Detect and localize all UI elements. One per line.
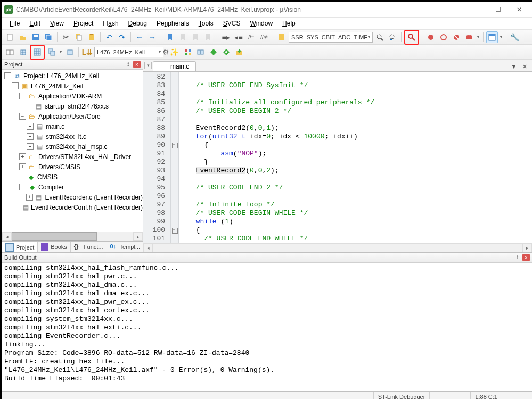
manage-project-button[interactable] bbox=[182, 46, 194, 58]
redo-button[interactable]: ↷ bbox=[116, 31, 128, 43]
bookmark-next-button[interactable] bbox=[190, 31, 201, 43]
breakpoint-menu-drop[interactable]: ▾ bbox=[476, 35, 480, 39]
tree-file-main[interactable]: +▤main.c bbox=[2, 121, 143, 131]
tree-toggle-icon[interactable]: − bbox=[4, 72, 11, 79]
tree-toggle-icon[interactable]: − bbox=[19, 113, 26, 120]
bookmark-clear-button[interactable] bbox=[202, 31, 214, 43]
cut-button[interactable]: ✂ bbox=[60, 31, 72, 43]
paste-button[interactable] bbox=[86, 31, 97, 43]
target-options-button[interactable]: ⚙✨ bbox=[165, 46, 176, 58]
tree-project-root[interactable]: −⧉Project: L476_24MHz_Keil bbox=[2, 71, 143, 81]
menu-project[interactable]: Project bbox=[69, 19, 97, 28]
batch-build-drop[interactable]: ▾ bbox=[59, 49, 63, 54]
menu-tools[interactable]: Tools bbox=[194, 19, 218, 28]
uncomment-button[interactable]: //≢ bbox=[258, 31, 270, 43]
build-button[interactable] bbox=[17, 46, 29, 58]
configure-button[interactable]: 🔧 bbox=[509, 31, 521, 43]
tab-books[interactable]: Books bbox=[38, 242, 71, 252]
comment-button[interactable]: //≡ bbox=[245, 31, 257, 43]
tree-toggle-icon[interactable]: + bbox=[27, 143, 34, 150]
close-button[interactable]: ✕ bbox=[509, 3, 530, 16]
menu-flash[interactable]: Flash bbox=[99, 19, 122, 28]
download-button[interactable]: L⇊ bbox=[81, 46, 93, 58]
tree-toggle-icon[interactable]: − bbox=[19, 184, 26, 190]
tree-toggle-icon[interactable]: + bbox=[27, 133, 34, 140]
window-layout-drop[interactable]: ▾ bbox=[499, 35, 503, 39]
menu-help[interactable]: Help bbox=[278, 19, 300, 28]
tree-cmsis-component[interactable]: ◆CMSIS bbox=[2, 172, 143, 182]
panel-close-icon[interactable]: × bbox=[522, 254, 530, 261]
build-output-text[interactable]: compiling stm32l4xx_hal_flash_ramfunc.c.… bbox=[2, 263, 532, 391]
minimize-button[interactable]: — bbox=[466, 3, 487, 16]
tree-file-startup[interactable]: ▤startup_stm32l476xx.s bbox=[2, 101, 143, 111]
bookmark-toggle-button[interactable] bbox=[164, 31, 176, 43]
tree-toggle-icon[interactable]: − bbox=[19, 93, 26, 99]
tree-group-usercore[interactable]: −🗁Application/User/Core bbox=[2, 111, 143, 121]
fold-column[interactable]: −− bbox=[171, 72, 179, 243]
project-hscrollbar[interactable]: ◂ ▸ bbox=[2, 232, 143, 241]
tree-toggle-icon[interactable]: + bbox=[26, 194, 33, 201]
tree-group-cmsis[interactable]: +🗀Drivers/CMSIS bbox=[2, 162, 143, 172]
incremental-find-button[interactable] bbox=[387, 31, 398, 43]
menu-edit[interactable]: Edit bbox=[25, 19, 45, 28]
nav-back-button[interactable]: ← bbox=[134, 31, 145, 43]
menu-window[interactable]: Window bbox=[245, 19, 277, 28]
bookmark-prev-button[interactable] bbox=[177, 31, 189, 43]
code-pane[interactable]: 8283848586878889909192939495969798991001… bbox=[143, 72, 532, 243]
scroll-left-icon[interactable]: ◂ bbox=[143, 244, 153, 252]
search-dropdown-icon[interactable]: ▾ bbox=[368, 35, 370, 39]
menu-svcs[interactable]: SVCS bbox=[219, 19, 245, 28]
tab-templates[interactable]: 0↓Templ... bbox=[107, 242, 144, 252]
tree-toggle-icon[interactable]: − bbox=[12, 82, 19, 89]
find-in-files-button[interactable] bbox=[276, 31, 288, 43]
open-file-button[interactable] bbox=[17, 31, 29, 43]
maximize-button[interactable]: ☐ bbox=[487, 3, 509, 16]
tree-toggle-icon[interactable]: + bbox=[19, 153, 26, 160]
menu-debug[interactable]: Debug bbox=[124, 19, 151, 28]
rebuild-button[interactable] bbox=[30, 45, 45, 60]
outdent-button[interactable]: ◂≡ bbox=[233, 31, 244, 43]
manage-multiproject-button[interactable] bbox=[195, 46, 207, 58]
pack-installer-button[interactable] bbox=[233, 46, 245, 58]
tab-project[interactable]: Project bbox=[2, 242, 38, 252]
editor-hscrollbar[interactable]: ◂ ▸ bbox=[143, 243, 532, 252]
insert-breakpoint-button[interactable] bbox=[425, 31, 437, 43]
target-combo[interactable]: L476_24MHz_Keil ▾ bbox=[94, 47, 163, 57]
stop-build-button[interactable] bbox=[64, 46, 76, 58]
tree-toggle-icon[interactable]: + bbox=[27, 123, 34, 130]
nav-forward-button[interactable]: → bbox=[146, 31, 158, 43]
tab-history-icon[interactable]: ▾ bbox=[144, 62, 152, 69]
tab-functions[interactable]: {}Funct... bbox=[71, 242, 107, 252]
kill-breakpoints-button[interactable] bbox=[463, 31, 475, 43]
editor-maximize-icon[interactable]: ▼ bbox=[510, 63, 518, 70]
editor-close-icon[interactable]: ✕ bbox=[520, 63, 529, 70]
panel-close-icon[interactable]: × bbox=[133, 61, 141, 68]
pin-icon[interactable]: ⟟ bbox=[514, 254, 521, 261]
batch-build-button[interactable] bbox=[46, 46, 58, 58]
enable-breakpoint-button[interactable] bbox=[438, 31, 449, 43]
disable-breakpoints-button[interactable] bbox=[451, 31, 462, 43]
tree-file-halmsp[interactable]: +▤stm32l4xx_hal_msp.c bbox=[2, 142, 143, 152]
window-layout-button[interactable] bbox=[486, 31, 498, 43]
menu-file[interactable]: File bbox=[5, 19, 24, 28]
scroll-right-icon[interactable]: ▸ bbox=[133, 232, 143, 241]
scroll-right-icon[interactable]: ▸ bbox=[522, 244, 532, 252]
menu-view[interactable]: View bbox=[46, 19, 68, 28]
save-all-button[interactable] bbox=[43, 31, 54, 43]
tree-file-it[interactable]: +▤stm32l4xx_it.c bbox=[2, 131, 143, 142]
select-packs-button[interactable] bbox=[220, 46, 232, 58]
tree-group-mdkarm[interactable]: −🗁Application/MDK-ARM bbox=[2, 91, 143, 101]
tree-compiler-component[interactable]: −◆Compiler bbox=[2, 182, 143, 192]
menu-peripherals[interactable]: Peripherals bbox=[152, 19, 193, 28]
tree-toggle-icon[interactable]: + bbox=[19, 163, 26, 170]
editor-tab-main-c[interactable]: main.c bbox=[153, 61, 196, 71]
scroll-left-icon[interactable]: ◂ bbox=[2, 232, 12, 241]
tree-group-haldriver[interactable]: +🗀Drivers/STM32L4xx_HAL_Driver bbox=[2, 152, 143, 162]
debug-session-button[interactable] bbox=[404, 30, 419, 45]
indent-button[interactable]: ≡▸ bbox=[220, 31, 232, 43]
copy-button[interactable] bbox=[73, 31, 85, 43]
tree-file-eventrecorder-h[interactable]: ▤EventRecorderConf.h (Event Recorder) bbox=[2, 202, 143, 212]
search-combo[interactable]: SSR_SYS_CBIT_ADC_TIME ▾ bbox=[289, 32, 373, 43]
code-text[interactable]: /* USER CODE END SysInit */ /* Initializ… bbox=[179, 72, 532, 243]
undo-button[interactable]: ↶ bbox=[103, 31, 115, 43]
